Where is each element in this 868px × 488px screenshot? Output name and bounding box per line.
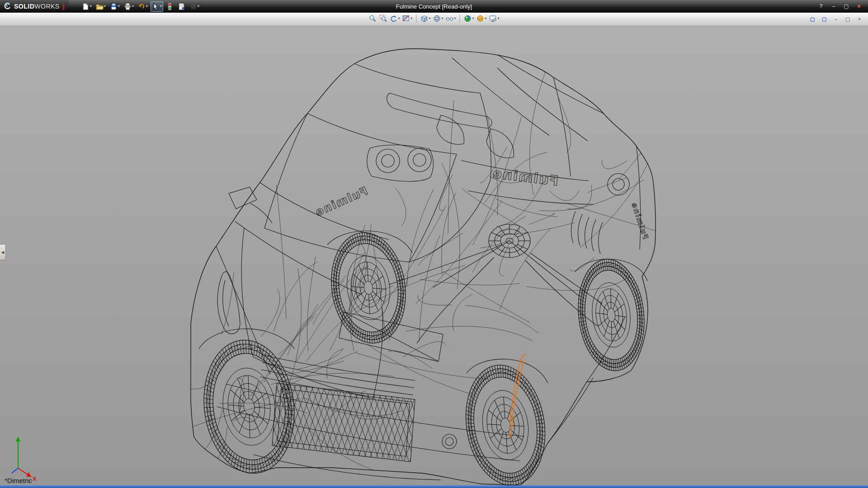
view-orientation-label: *Dimetric <box>5 477 32 484</box>
rebuild-traffic-light-icon <box>166 3 174 10</box>
doc-tile-button[interactable]: ▢ <box>807 15 817 23</box>
apply-scene-button[interactable]: ▾ <box>476 14 487 23</box>
hide-show-items-button[interactable]: ▾ <box>445 14 457 23</box>
dropdown-arrow-icon[interactable]: ▾ <box>498 17 500 20</box>
doc-restore-button[interactable]: ▢ <box>843 15 853 23</box>
section-view-button[interactable]: ▾ <box>401 14 413 23</box>
dropdown-arrow-icon[interactable]: ▾ <box>410 17 412 20</box>
zoom-fit-icon <box>368 14 377 23</box>
options-button[interactable]: ▾ <box>188 1 201 12</box>
view-cube-icon <box>420 14 428 23</box>
dropdown-arrow-icon[interactable]: ▾ <box>160 5 162 8</box>
open-button[interactable]: ▾ <box>94 1 107 12</box>
svg-text:Fulmine: Fulmine <box>491 165 559 189</box>
display-style-button[interactable]: ▾ <box>432 14 443 23</box>
dropdown-arrow-icon[interactable]: ▾ <box>104 5 106 8</box>
doc-cascade-button[interactable]: ▢ <box>819 15 829 23</box>
undo-button[interactable]: ▾ <box>137 1 149 12</box>
title-bar: SOLIDWORKS ▾ ▾ ▾ ▾ ▾ <box>0 0 868 13</box>
svg-text:Fulmine: Fulmine <box>312 184 370 219</box>
panel-collapse-tab[interactable]: ◀ <box>0 244 6 260</box>
undo-icon <box>138 3 146 10</box>
dropdown-arrow-icon[interactable]: ▾ <box>485 17 487 20</box>
solidworks-logo: SOLIDWORKS <box>0 0 69 13</box>
dropdown-arrow-icon[interactable]: ▾ <box>429 17 430 20</box>
logo-accent <box>63 3 64 10</box>
appearance-ball-icon <box>464 14 472 23</box>
dassault-3ds-logo-icon <box>4 2 12 10</box>
zoom-to-fit-button[interactable] <box>368 14 377 23</box>
save-button[interactable]: ▾ <box>108 1 121 12</box>
grille-mesh <box>194 371 495 472</box>
print-icon <box>124 3 132 10</box>
save-icon <box>110 3 118 10</box>
zoom-to-area-button[interactable] <box>378 14 387 23</box>
document-window-controls: ▢ ▢ – ▢ × <box>807 15 864 23</box>
view-orientation-button[interactable]: ▾ <box>420 14 431 23</box>
wireframe-model: Fulmine Fulmine Fulmine X <box>0 26 868 485</box>
wheel-meshes <box>197 228 650 485</box>
previous-view-button[interactable]: ▾ <box>389 14 400 23</box>
file-properties-icon <box>178 3 185 10</box>
select-cursor-icon <box>152 3 160 10</box>
dropdown-arrow-icon[interactable]: ▾ <box>441 17 443 20</box>
app-window-controls: ? – ▢ × <box>816 2 868 10</box>
brand-text: SOLIDWORKS <box>14 3 60 10</box>
orientation-triad: X <box>12 436 37 482</box>
help-button[interactable]: ? <box>816 2 826 10</box>
toolbar-separator <box>460 14 460 23</box>
view-settings-icon <box>489 14 497 23</box>
section-view-icon <box>402 14 410 23</box>
view-settings-button[interactable]: ▾ <box>489 14 500 23</box>
heads-up-view-toolbar: ▾ ▾ ▾ ▾ ▾ ▾ <box>368 14 500 23</box>
svg-text:Fulmine: Fulmine <box>630 201 650 240</box>
open-folder-icon <box>96 3 104 10</box>
new-button[interactable]: ▾ <box>80 1 93 12</box>
dropdown-arrow-icon[interactable]: ▾ <box>398 17 400 20</box>
print-button[interactable]: ▾ <box>123 1 135 12</box>
dropdown-arrow-icon[interactable]: ▾ <box>146 5 148 8</box>
wireframe-sphere-icon <box>433 14 441 23</box>
rebuild-button[interactable] <box>165 1 175 12</box>
close-button[interactable]: × <box>854 2 864 10</box>
brand-solid: SOLID <box>14 3 34 10</box>
edit-appearance-button[interactable]: ▾ <box>463 14 475 23</box>
dropdown-arrow-icon[interactable]: ▾ <box>454 17 456 20</box>
structure-lines <box>170 52 693 475</box>
graphics-viewport[interactable]: Fulmine Fulmine Fulmine X *Dimetric <box>0 26 868 485</box>
quick-access-toolbar: ▾ ▾ ▾ ▾ ▾ ▾ <box>80 1 201 12</box>
triad-x-label: X <box>33 475 37 482</box>
car-body: Fulmine Fulmine Fulmine <box>170 49 693 485</box>
window-title: Fulmine Concept [Read-only] <box>396 0 472 13</box>
minimize-button[interactable]: – <box>828 2 839 10</box>
previous-view-icon <box>389 14 397 23</box>
toolbar-separator <box>416 14 416 23</box>
gear-icon <box>189 3 197 10</box>
taskbar-edge <box>0 485 868 488</box>
menu-bar: ▾ ▾ ▾ ▾ ▾ ▾ <box>0 13 868 26</box>
brand-works: WORKS <box>34 3 59 10</box>
dropdown-arrow-icon[interactable]: ▾ <box>132 5 134 8</box>
dropdown-arrow-icon[interactable]: ▾ <box>198 5 199 8</box>
doc-minimize-button[interactable]: – <box>831 15 841 23</box>
restore-button[interactable]: ▢ <box>841 2 852 10</box>
file-properties-button[interactable] <box>176 1 187 12</box>
new-document-icon <box>82 3 90 10</box>
doc-close-button[interactable]: × <box>854 15 864 23</box>
scene-ball-icon <box>476 14 485 23</box>
dropdown-arrow-icon[interactable]: ▾ <box>472 17 474 20</box>
dropdown-arrow-icon[interactable]: ▾ <box>118 5 120 8</box>
zoom-area-icon <box>379 14 387 23</box>
select-button[interactable]: ▾ <box>151 1 163 12</box>
dropdown-arrow-icon[interactable]: ▾ <box>90 5 92 8</box>
glasses-icon <box>446 14 454 23</box>
